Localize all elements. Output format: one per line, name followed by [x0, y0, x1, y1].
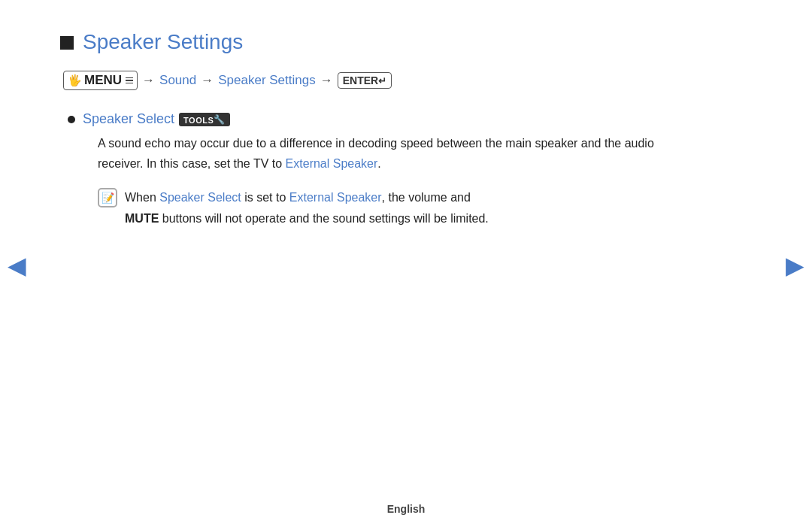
enter-label: ENTER	[343, 74, 378, 86]
breadcrumb: 🖐 MENU → Sound → Speaker Settings → ENTE…	[63, 71, 677, 90]
menu-label: MENU	[84, 73, 122, 88]
arrow-2: →	[201, 73, 214, 88]
note-box: 📝 When Speaker Select is set to External…	[98, 187, 677, 228]
title-icon	[60, 36, 74, 50]
breadcrumb-sound: Sound	[159, 73, 196, 88]
arrow-3: →	[320, 73, 333, 88]
external-speaker-link1: External Speaker	[286, 157, 378, 170]
description-text: A sound echo may occur due to a differen…	[98, 133, 677, 174]
bullet-icon	[68, 116, 75, 123]
mute-label: MUTE	[125, 212, 159, 225]
title-row: Speaker Settings	[60, 30, 677, 54]
note-external-speaker-link: External Speaker	[289, 191, 382, 204]
footer-language: English	[387, 503, 426, 515]
section-list: Speaker Select TOOLS🔧 A sound echo may o…	[68, 111, 677, 229]
note-link1-text: Speaker Select	[159, 191, 241, 204]
note-speaker-select-link: Speaker Select	[159, 191, 241, 204]
tools-badge-text: TOOLS	[183, 115, 214, 124]
note-icon: 📝	[98, 188, 117, 207]
note-prefix: When	[125, 191, 156, 204]
prev-button[interactable]: ◀	[8, 251, 26, 280]
description-end: .	[377, 157, 380, 170]
speaker-select-content: Speaker Select TOOLS🔧 A sound echo may o…	[83, 111, 677, 229]
tools-badge: TOOLS🔧	[179, 113, 230, 126]
note-text: When Speaker Select is set to External S…	[125, 187, 489, 228]
arrow-1: →	[142, 73, 155, 88]
menu-lines-icon	[126, 77, 133, 84]
next-button[interactable]: ▶	[786, 251, 804, 280]
note-mute: MUTE	[125, 212, 159, 225]
note-mid: is set to	[244, 191, 286, 204]
note-link2-text: External Speaker	[289, 191, 382, 204]
speaker-select-label: Speaker Select	[83, 111, 174, 127]
description-link: External Speaker	[286, 157, 378, 170]
note-line2-suffix: buttons will not operate and the sound s…	[162, 212, 489, 225]
speaker-select-header: Speaker Select TOOLS🔧	[83, 111, 677, 127]
main-content: Speaker Settings 🖐 MENU → Sound → Speake…	[0, 0, 737, 269]
enter-icon: ENTER↵	[338, 72, 392, 89]
speaker-select-item: Speaker Select TOOLS🔧 A sound echo may o…	[68, 111, 677, 229]
menu-icon: 🖐 MENU	[63, 71, 138, 90]
note-suffix: , the volume and	[382, 191, 471, 204]
page-title: Speaker Settings	[83, 30, 243, 54]
breadcrumb-speaker-settings: Speaker Settings	[218, 73, 315, 88]
